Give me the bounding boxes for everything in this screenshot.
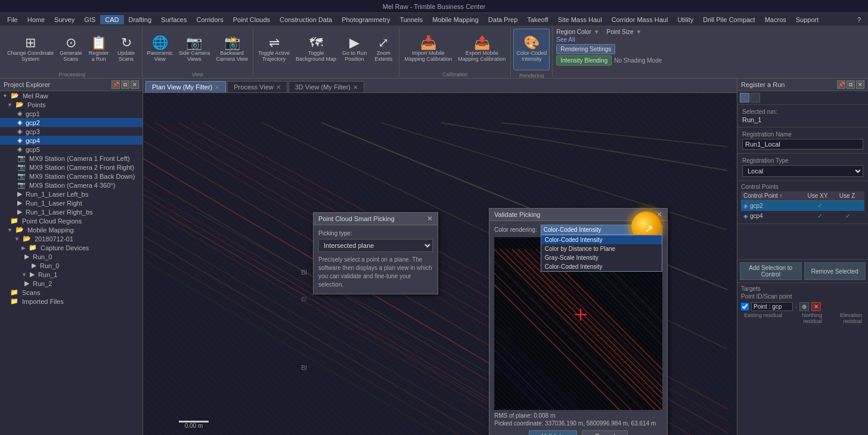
tree-item-MX9_Station_(Camera_2_Front_Right)[interactable]: 📷MX9 Station (Camera 2 Front Right) xyxy=(0,163,142,172)
register-run-pin-btn[interactable]: 📌 xyxy=(837,80,845,89)
targets-remove-btn[interactable]: ✕ xyxy=(811,302,821,311)
toggle-bg-map-btn[interactable]: 🗺 ToggleBackground Map xyxy=(293,29,339,70)
side-camera-icon: 📷 xyxy=(186,36,202,49)
menu-help[interactable]: ? xyxy=(852,15,866,24)
targets-checkbox[interactable] xyxy=(741,303,749,310)
menu-drill-pile[interactable]: Drill Pile Compact xyxy=(698,15,760,24)
menu-data-prep[interactable]: Data Prep xyxy=(483,15,523,24)
map-area[interactable]: Bl Bl Bl 0.00 m Point Cloud Smart Pickin… xyxy=(143,93,737,435)
picking-type-select[interactable]: Intersected plane Nearest point Projecte… xyxy=(318,239,433,252)
rendering-settings-btn[interactable]: Rendering Settings xyxy=(556,44,615,54)
cancel-btn[interactable]: Cancel xyxy=(582,430,627,435)
tree-item-Points[interactable]: ▼📂Points xyxy=(0,100,142,109)
menu-corridor-mass-haul[interactable]: Corridor Mass Haul xyxy=(607,15,673,24)
import-mobile-btn[interactable]: 📥 Import MobileMapping Calibration xyxy=(402,29,454,70)
smart-picking-header[interactable]: Point Cloud Smart Picking ✕ xyxy=(314,213,438,225)
tree-item-gcp2[interactable]: ◈gcp2 xyxy=(0,118,142,127)
tree-item-Mel_Raw[interactable]: ▼📂Mel Raw xyxy=(0,91,142,100)
menu-survey[interactable]: Survey xyxy=(49,15,79,24)
remove-selected-btn[interactable]: Remove Selected xyxy=(804,262,866,280)
menu-construction-data[interactable]: Construction Data xyxy=(275,15,337,24)
panoramic-view-btn[interactable]: 🌐 PanoramicView xyxy=(145,29,175,70)
color-coded-icon: 🎨 xyxy=(523,36,540,49)
tree-item-Run_1_Laser_Right[interactable]: ▶Run_1_Laser Right xyxy=(0,198,142,207)
tree-item-MX9_Station_(Camera_3_Back_Down)[interactable]: 📷MX9 Station (Camera 3 Back Down) xyxy=(0,172,142,181)
menu-drafting[interactable]: Drafting xyxy=(124,15,157,24)
tree-item-gcp5[interactable]: ◈gcp5 xyxy=(0,145,142,154)
tab-plan-view-close[interactable]: ✕ xyxy=(215,84,219,91)
menu-photogrammetry[interactable]: Photogrammetry xyxy=(337,15,395,24)
add-selection-btn[interactable]: Add Selection to Control xyxy=(740,262,802,280)
tree-item-Imported_Files[interactable]: 📁Imported Files xyxy=(0,297,142,306)
targets-pick-btn[interactable]: ⊕ xyxy=(799,302,809,311)
register-run-tool-1[interactable] xyxy=(740,93,749,102)
export-mobile-btn[interactable]: 📤 Export MobileMapping Calibration xyxy=(455,29,508,70)
targets-point-input[interactable] xyxy=(751,302,793,311)
register-run-tool-2[interactable] xyxy=(751,93,760,102)
panel-pin-btn[interactable]: 📌 xyxy=(111,80,120,89)
tab-process-view-close[interactable]: ✕ xyxy=(276,84,281,91)
see-all-btn[interactable]: See All xyxy=(556,36,575,43)
tree-item-20180712-01[interactable]: ▼📂20180712-01 xyxy=(0,234,142,243)
registration-type-select[interactable]: Local Global xyxy=(742,165,863,177)
tree-item-Run_2[interactable]: ▶Run_2 xyxy=(0,279,142,288)
toggle-active-trajectory-btn[interactable]: ⇌ Toggle ActiveTrajectory xyxy=(256,29,292,70)
cp-row-gcp2[interactable]: ◈ gcp2 ✓ xyxy=(741,201,864,211)
tab-3d-view[interactable]: 3D View (My Filter) ✕ xyxy=(289,81,364,92)
menu-corridors[interactable]: Corridors xyxy=(191,15,228,24)
menu-surfaces[interactable]: Surfaces xyxy=(156,15,191,24)
menu-site-mass-haul[interactable]: Site Mass Haul xyxy=(553,15,607,24)
gcp2-icon: ◈ xyxy=(743,203,748,209)
validate-btn[interactable]: Validate xyxy=(529,430,577,435)
update-scans-btn[interactable]: ↻ UpdateScans xyxy=(113,29,140,70)
tree-item-Capture_Devices[interactable]: ▶📁Capture Devices xyxy=(0,243,142,252)
generate-scans-btn[interactable]: ⊙ GenerateScans xyxy=(57,29,85,70)
tab-3d-view-close[interactable]: ✕ xyxy=(353,84,358,91)
menu-mobile-mapping[interactable]: Mobile Mapping xyxy=(427,15,483,24)
tree-item-Run_1_Laser_Right_bs[interactable]: ▶Run_1_Laser Right_bs xyxy=(0,207,142,216)
tree-item-Run_0[interactable]: ▶Run_0 xyxy=(0,252,142,261)
tree-item-Scans[interactable]: 📁Scans xyxy=(0,288,142,297)
tree-item-Run_1[interactable]: ▼▶Run_1 xyxy=(0,270,142,279)
menu-gis[interactable]: GIS xyxy=(79,15,100,24)
panel-close-btn[interactable]: ✕ xyxy=(131,80,139,89)
change-coordinate-btn[interactable]: ⊞ Change CoordinateSystem xyxy=(5,29,56,70)
dropdown-option-color-coded-2[interactable]: Color-Coded Intensity xyxy=(541,262,662,271)
panel-float-btn[interactable]: ⧉ xyxy=(121,80,129,89)
menu-support[interactable]: Support xyxy=(791,15,824,24)
menu-utility[interactable]: Utility xyxy=(672,15,698,24)
menu-file[interactable]: File xyxy=(2,15,23,24)
menu-tunnels[interactable]: Tunnels xyxy=(395,15,427,24)
menu-point-clouds[interactable]: Point Clouds xyxy=(228,15,275,24)
tab-process-view[interactable]: Process View ✕ xyxy=(227,81,287,92)
tree-item-Run_0[interactable]: ▶Run_0 xyxy=(0,261,142,270)
dropdown-option-color-coded-1[interactable]: Color-Coded Intensity xyxy=(541,235,662,244)
registration-name-input[interactable] xyxy=(742,139,863,150)
register-run-close-btn[interactable]: ✕ xyxy=(856,80,864,89)
menu-home[interactable]: Home xyxy=(23,15,49,24)
menu-cad[interactable]: CAD xyxy=(100,15,123,24)
register-run-btn[interactable]: 📋 Registera Run xyxy=(86,29,112,70)
menu-macros[interactable]: Macros xyxy=(760,15,791,24)
cp-row-gcp4[interactable]: ◈ gcp4 ✓ ✓ xyxy=(741,211,864,221)
menu-takeoff[interactable]: Takeoff xyxy=(522,15,553,24)
backward-camera-btn[interactable]: 📸 BackwardCamera View xyxy=(213,29,250,70)
tree-item-Mobile_Mapping[interactable]: ▼📂Mobile Mapping xyxy=(0,225,142,234)
tree-item-gcp4[interactable]: ◈gcp4 xyxy=(0,136,142,145)
color-coded-intensity-btn[interactable]: 🎨 Color-CodedIntensity xyxy=(513,29,550,70)
tree-item-MX9_Station_(Camera_4_360°)[interactable]: 📷MX9 Station (Camera 4 360°) xyxy=(0,181,142,189)
tab-plan-view[interactable]: Plan View (My Filter) ✕ xyxy=(145,81,226,92)
dropdown-option-distance[interactable]: Color by Distance to Plane xyxy=(541,244,662,253)
tree-item-Point_Cloud_Regions[interactable]: 📁Point Cloud Regions xyxy=(0,216,142,225)
side-camera-btn[interactable]: 📷 Side CameraViews xyxy=(176,29,213,70)
tree-item-Run_1_Laser_Left_bs[interactable]: ▶Run_1_Laser Left_bs xyxy=(0,189,142,198)
tree-item-gcp1[interactable]: ◈gcp1 xyxy=(0,109,142,118)
tree-item-MX9_Station_(Camera_1_Front_Left)[interactable]: 📷MX9 Station (Camera 1 Front Left) xyxy=(0,154,142,163)
register-run-float-btn[interactable]: ⧉ xyxy=(847,80,855,89)
smart-picking-close[interactable]: ✕ xyxy=(427,215,433,223)
zoom-extents-btn[interactable]: ⤢ ZoomExtents xyxy=(370,29,396,70)
dropdown-option-grayscale[interactable]: Gray-Scale Intensity xyxy=(541,253,662,262)
go-to-run-btn[interactable]: ▶ Go to RunPosition xyxy=(340,29,369,70)
intensity-blending-btn[interactable]: Intensity Blending xyxy=(556,55,612,66)
tree-item-gcp3[interactable]: ◈gcp3 xyxy=(0,127,142,136)
